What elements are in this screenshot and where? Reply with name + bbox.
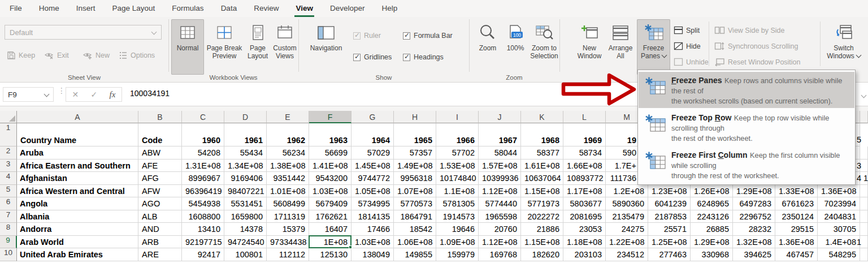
grid-cell[interactable]: 1659800 xyxy=(224,210,267,223)
grid-cell[interactable]: 1.25E+08 xyxy=(648,236,691,249)
column-header-G[interactable]: G xyxy=(351,111,394,123)
grid-cell[interactable]: 9744772 xyxy=(351,172,394,185)
reset-window-position-button[interactable]: Reset Window Position xyxy=(714,58,801,66)
grid-cell[interactable]: 277463 xyxy=(648,248,691,261)
grid-cell[interactable]: 2296752 xyxy=(733,210,775,223)
formula-bar-grip[interactable]: ⋮ xyxy=(58,89,66,93)
grid-cell[interactable]: Code xyxy=(138,123,182,146)
row-header-6[interactable]: 6 xyxy=(0,197,17,210)
grid-cell[interactable]: 26885 xyxy=(691,223,733,236)
grid-cell[interactable]: 1.05E+08 xyxy=(351,185,394,198)
row-header-2[interactable]: 2 xyxy=(0,146,17,159)
row-header-9[interactable]: 9 xyxy=(0,236,17,249)
row-header-1[interactable]: 1 xyxy=(0,123,17,146)
tab-help[interactable]: Help xyxy=(374,0,406,17)
page-break-preview-button[interactable]: Page Break Preview xyxy=(205,19,244,75)
grid-cell[interactable]: 1.66E+08 xyxy=(563,159,606,173)
tab-developer[interactable]: Developer xyxy=(322,0,374,17)
split-button[interactable]: Split xyxy=(674,26,700,35)
grid-cell[interactable]: 8996967 xyxy=(182,172,224,185)
menu-item-freeze-top-row[interactable]: Freeze Top Row Keep the top row visible … xyxy=(639,109,854,145)
grid-cell[interactable]: 5734995 xyxy=(351,197,394,210)
grid-cell[interactable]: 5774440 xyxy=(479,197,521,210)
grid-cell[interactable]: 1.12E+08 xyxy=(479,236,521,249)
grid-cell[interactable]: Africa Eastern and Southern xyxy=(17,159,138,173)
grid-cell[interactable]: 1.01E+08 xyxy=(267,185,309,198)
grid-cell[interactable]: 1966 xyxy=(436,123,479,146)
grid-cell[interactable]: 57029 xyxy=(351,146,394,159)
grid-cell[interactable]: 58734 xyxy=(563,146,606,159)
grid-cell[interactable]: 1.31E+08 xyxy=(182,159,224,173)
unhide-button[interactable]: Unhide xyxy=(674,58,709,66)
grid-cell[interactable]: 548295 xyxy=(818,248,860,261)
column-header-K[interactable]: K xyxy=(521,111,563,123)
menu-item-freeze-panes[interactable]: Freeze Panes Keep rows and columns visib… xyxy=(639,72,854,108)
grid-cell[interactable]: 6041239 xyxy=(648,197,691,210)
fill-handle[interactable] xyxy=(349,245,352,249)
grid-cell[interactable]: 1.2E+08 xyxy=(606,185,648,198)
grid-cell[interactable]: 1960 xyxy=(182,123,224,146)
grid-cell[interactable]: 2404831 xyxy=(818,210,860,223)
grid-cell[interactable]: 16407 xyxy=(309,223,351,236)
tab-view[interactable]: View xyxy=(287,0,322,17)
grid-cell[interactable]: 9956318 xyxy=(394,172,436,185)
grid-cell[interactable]: 1.18E+08 xyxy=(563,236,606,249)
grid-cell[interactable]: AFW xyxy=(138,185,182,198)
grid-cell[interactable]: 92417 xyxy=(182,248,224,261)
grid-cell[interactable]: 5608499 xyxy=(267,197,309,210)
grid-cell[interactable]: 2081695 xyxy=(563,210,606,223)
grid-cell[interactable]: 1.06E+08 xyxy=(394,236,436,249)
grid-cell[interactable]: 57357 xyxy=(394,146,436,159)
grid-cell[interactable]: 1967 xyxy=(479,123,521,146)
active-cell-F9[interactable] xyxy=(309,235,351,249)
grid-cell[interactable]: 6761623 xyxy=(775,197,818,210)
grid-cell[interactable]: 1964 xyxy=(351,123,394,146)
grid-cell[interactable]: 1.61E+08 xyxy=(521,159,563,173)
grid-cell[interactable]: 1.17E+08 xyxy=(563,185,606,198)
grid-cell[interactable]: 55434 xyxy=(224,146,267,159)
grid-cell[interactable]: 1.03E+08 xyxy=(309,185,351,198)
keep-button[interactable]: Keep xyxy=(7,51,35,60)
grid-cell[interactable]: 97334438 xyxy=(267,236,309,249)
grid-cell[interactable]: 92197715 xyxy=(182,236,224,249)
grid-cell[interactable]: 1.41E+08 xyxy=(309,159,351,173)
column-header-D[interactable]: D xyxy=(224,111,267,123)
grid-cell[interactable]: 5781305 xyxy=(436,197,479,210)
grid-cell[interactable]: 1608800 xyxy=(182,210,224,223)
grid-cell[interactable]: 125130 xyxy=(309,248,351,261)
grid-cell[interactable]: ARB xyxy=(138,236,182,249)
grid-cell[interactable]: 2022272 xyxy=(521,210,563,223)
column-header-A[interactable]: A xyxy=(17,111,138,123)
grid-cell[interactable]: 20760 xyxy=(479,223,521,236)
grid-cell[interactable] xyxy=(860,159,868,173)
grid-cell[interactable]: ARE xyxy=(138,248,182,261)
arrange-all-button[interactable]: Arrange All xyxy=(605,19,636,75)
grid-cell[interactable]: 467457 xyxy=(775,248,818,261)
grid-cell[interactable]: 1.03E+08 xyxy=(351,236,394,249)
grid-cell[interactable]: 1.33E+08 xyxy=(775,185,818,198)
grid-cell[interactable]: 9169406 xyxy=(224,172,267,185)
grid-cell[interactable] xyxy=(860,197,868,210)
column-header-F[interactable]: F xyxy=(309,111,351,123)
grid-cell[interactable]: 5454938 xyxy=(182,197,224,210)
grid-cell[interactable]: 24275 xyxy=(606,223,648,236)
grid-cell[interactable]: 1961 xyxy=(224,123,267,146)
zoom-100-button[interactable]: 100 100% xyxy=(503,19,528,75)
grid-cell[interactable]: 1.45E+08 xyxy=(351,159,394,173)
grid-cell[interactable]: 1.26E+08 xyxy=(691,185,733,198)
grid-cell[interactable]: 234512 xyxy=(606,248,648,261)
select-all-corner[interactable] xyxy=(0,111,17,123)
grid-cell[interactable]: 1962 xyxy=(267,123,309,146)
grid-cell[interactable]: 5771973 xyxy=(521,197,563,210)
tab-review[interactable]: Review xyxy=(245,0,287,17)
ruler-checkbox[interactable]: Ruler xyxy=(353,31,381,41)
grid-cell[interactable]: 56699 xyxy=(309,146,351,159)
name-box[interactable]: F9 xyxy=(3,87,54,102)
sheet-view-combo[interactable]: Default xyxy=(5,25,162,40)
grid-cell[interactable]: 1.57E+08 xyxy=(479,159,521,173)
hide-button[interactable]: Hide xyxy=(674,42,701,50)
page-layout-view-button[interactable]: Page Layout xyxy=(245,19,271,75)
grid-cell[interactable]: 94724540 xyxy=(224,236,267,249)
view-side-by-side-button[interactable]: View Side by Side xyxy=(714,26,785,35)
grid-cell[interactable]: 1.09E+08 xyxy=(436,236,479,249)
